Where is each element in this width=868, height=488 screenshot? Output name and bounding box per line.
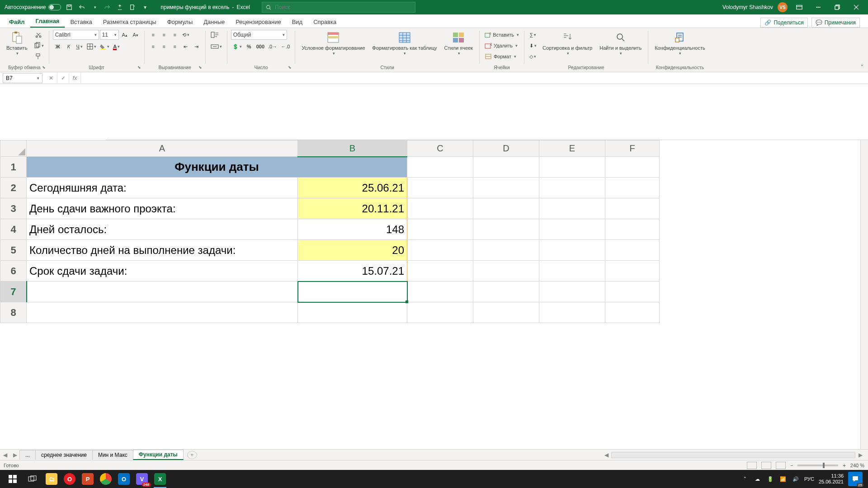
comments-button[interactable]: 💬Примечания: [811, 18, 860, 28]
select-all-corner[interactable]: [0, 141, 27, 157]
cell-B3[interactable]: 20.11.21: [298, 198, 407, 219]
cell-C1[interactable]: [407, 157, 473, 178]
row-1[interactable]: 1: [0, 157, 27, 178]
italic-button[interactable]: К: [64, 42, 74, 52]
tab-data[interactable]: Данные: [198, 16, 230, 28]
copy-button[interactable]: ▾: [32, 41, 45, 51]
fill-button[interactable]: ⬇▾: [528, 41, 538, 51]
tray-expand-icon[interactable]: ˄: [741, 476, 749, 482]
decrease-decimal-button[interactable]: ←.0: [279, 42, 291, 52]
insert-function-button[interactable]: fx: [69, 73, 80, 83]
font-name-combo[interactable]: Calibri▾: [53, 30, 99, 40]
page-layout-view-button[interactable]: [761, 462, 771, 469]
row-2[interactable]: 2: [0, 178, 27, 198]
col-B[interactable]: B: [298, 141, 407, 157]
cell-B6[interactable]: 15.07.21: [298, 261, 407, 282]
search-box[interactable]: [262, 2, 415, 13]
volume-icon[interactable]: 🔊: [792, 476, 800, 482]
sheet-tab-date-fn[interactable]: Функции даты: [133, 450, 184, 460]
outlook-app[interactable]: O: [115, 470, 133, 488]
sheet-tab-minmax[interactable]: Мин и Макс: [92, 450, 133, 460]
format-as-table-button[interactable]: Форматировать как таблицу▾: [369, 30, 439, 56]
minimize-button[interactable]: [811, 0, 826, 14]
cell-styles-button[interactable]: Стили ячеек▾: [441, 30, 475, 56]
wifi-icon[interactable]: 📶: [779, 476, 787, 482]
undo-button[interactable]: [77, 3, 86, 12]
collapse-ribbon-button[interactable]: ˄: [861, 64, 863, 70]
cell-A7[interactable]: [27, 282, 298, 302]
find-select-button[interactable]: Найти и выделить▾: [597, 30, 644, 56]
sensitivity-button[interactable]: Конфиденциальность▾: [652, 30, 708, 56]
task-view-button[interactable]: [23, 470, 42, 488]
col-F[interactable]: F: [605, 141, 660, 157]
undo-more[interactable]: ▾: [90, 3, 99, 12]
touch-mode-icon[interactable]: [115, 3, 124, 12]
number-format-combo[interactable]: Общий▾: [231, 30, 287, 40]
enter-formula-button[interactable]: ✓: [57, 73, 69, 83]
col-C[interactable]: C: [407, 141, 473, 157]
ribbon-display-options-icon[interactable]: [792, 0, 807, 14]
merge-button[interactable]: ▾: [209, 42, 223, 52]
percent-button[interactable]: %: [244, 42, 254, 52]
cell-B5[interactable]: 20: [298, 240, 407, 261]
align-right-button[interactable]: ≡: [170, 42, 180, 52]
decrease-indent-button[interactable]: ⇤: [181, 42, 191, 52]
user-name[interactable]: Volodymyr Shashkov: [722, 4, 773, 10]
viber-app[interactable]: V248: [133, 470, 151, 488]
align-bottom-button[interactable]: ≡: [170, 30, 180, 40]
excel-app[interactable]: X: [151, 470, 169, 488]
qat-customize[interactable]: ▾: [141, 3, 150, 12]
vertical-scrollbar[interactable]: [860, 140, 868, 449]
autosum-button[interactable]: ∑▾: [528, 30, 538, 40]
cell-B4[interactable]: 148: [298, 219, 407, 240]
align-middle-button[interactable]: ≡: [159, 30, 169, 40]
input-language[interactable]: РУС: [804, 476, 814, 482]
conditional-formatting-button[interactable]: Условное форматирование▾: [299, 30, 368, 56]
hscroll-right[interactable]: ▶: [855, 452, 865, 458]
delete-cells-button[interactable]: Удалить▾: [483, 41, 520, 51]
cut-button[interactable]: [32, 30, 45, 40]
insert-cells-button[interactable]: Вставить▾: [483, 30, 520, 40]
start-button[interactable]: [3, 470, 23, 488]
onedrive-icon[interactable]: ☁: [754, 476, 762, 482]
dialog-launcher-icon[interactable]: ⬊: [198, 65, 204, 70]
search-input[interactable]: [275, 4, 411, 10]
maximize-button[interactable]: [830, 0, 844, 14]
cell-A1[interactable]: Функции даты: [27, 157, 407, 178]
fill-color-button[interactable]: ▾: [99, 42, 111, 52]
explorer-app[interactable]: 🗂: [42, 470, 61, 488]
hscroll-left[interactable]: ◀: [601, 452, 611, 458]
row-3[interactable]: 3: [0, 198, 27, 219]
tab-file[interactable]: Файл: [4, 16, 30, 28]
tab-view[interactable]: Вид: [287, 16, 308, 28]
cell-B7[interactable]: [298, 282, 407, 302]
format-painter-button[interactable]: [32, 52, 45, 61]
tab-insert[interactable]: Вставка: [65, 16, 97, 28]
powerpoint-app[interactable]: P: [79, 470, 97, 488]
action-center-button[interactable]: 25: [848, 472, 863, 486]
taskbar-clock[interactable]: 11:36 25.06.2021: [819, 473, 844, 485]
tab-review[interactable]: Рецензирование: [230, 16, 286, 28]
cell-A2[interactable]: Сегодняшняя дата:: [27, 178, 298, 198]
format-cells-button[interactable]: Формат▾: [483, 52, 520, 61]
tab-home[interactable]: Главная: [30, 15, 65, 28]
row-7[interactable]: 7: [0, 282, 27, 302]
sort-filter-button[interactable]: Сортировка и фильтр▾: [540, 30, 595, 56]
row-8[interactable]: 8: [0, 302, 27, 323]
cell-A4[interactable]: Дней осталось:: [27, 219, 298, 240]
row-4[interactable]: 4: [0, 219, 27, 240]
share-button[interactable]: 🔗Поделиться: [760, 18, 807, 28]
borders-button[interactable]: ▾: [85, 42, 98, 52]
cell-A5[interactable]: Количество дней на выполнение задачи:: [27, 240, 298, 261]
font-size-combo[interactable]: 11▾: [100, 30, 119, 40]
col-E[interactable]: E: [539, 141, 605, 157]
cell-A6[interactable]: Срок сдачи задачи:: [27, 261, 298, 282]
clear-button[interactable]: ◇▾: [528, 52, 538, 61]
bold-button[interactable]: Ж: [53, 42, 63, 52]
dialog-launcher-icon[interactable]: ⬊: [42, 65, 47, 70]
row-6[interactable]: 6: [0, 261, 27, 282]
opera-app[interactable]: O: [61, 470, 79, 488]
user-avatar[interactable]: VS: [778, 2, 788, 12]
sheet-nav-prev[interactable]: ◀: [0, 452, 10, 458]
orientation-button[interactable]: ⟲▾: [181, 30, 191, 40]
